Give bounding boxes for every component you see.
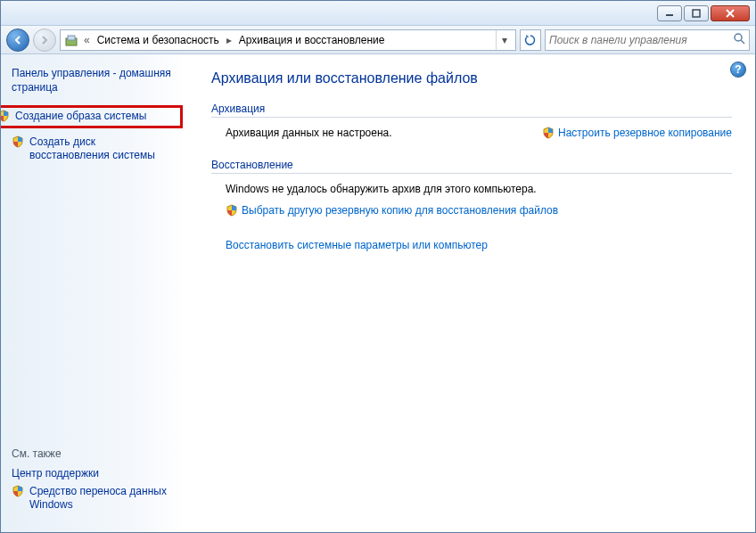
sidebar-item-create-recovery-disc[interactable]: Создать диск восстановления системы — [12, 135, 177, 163]
restore-section-heading: Восстановление — [211, 159, 732, 174]
breadcrumb-current[interactable]: Архивация и восстановление — [237, 33, 387, 47]
setup-backup-link[interactable]: Настроить резервное копирование — [542, 127, 732, 139]
back-button[interactable] — [6, 29, 29, 52]
shield-icon — [12, 485, 24, 497]
sidebar-item-label: Создание образа системы — [15, 110, 146, 124]
see-also-support-center[interactable]: Центр поддержки — [12, 467, 177, 480]
select-other-backup-link[interactable]: Выбрать другую резервную копию для восст… — [226, 204, 558, 217]
maximize-button[interactable] — [684, 5, 709, 21]
search-input[interactable] — [549, 34, 733, 46]
breadcrumb-dropdown[interactable]: ▾ — [496, 30, 512, 50]
chevron-right-icon: ▸ — [225, 34, 234, 46]
svg-point-6 — [735, 34, 742, 41]
search-icon — [733, 32, 745, 47]
shield-icon — [226, 204, 238, 217]
forward-button[interactable] — [33, 29, 56, 52]
page-title: Архивация или восстановление файлов — [211, 70, 732, 86]
backup-section-heading: Архивация — [211, 102, 732, 118]
location-icon — [64, 33, 78, 47]
breadcrumb-prefix: « — [82, 34, 92, 46]
minimize-button[interactable] — [657, 5, 682, 21]
restore-status-text: Windows не удалось обнаружить архив для … — [226, 183, 732, 195]
refresh-button[interactable] — [520, 29, 541, 51]
see-also-label: Средство переноса данных Windows — [29, 485, 177, 512]
svg-line-7 — [741, 40, 744, 44]
backup-section: Архивация данных не настроена. Настроить… — [211, 127, 732, 139]
sidebar-item-label: Создать диск восстановления системы — [29, 135, 177, 163]
sidebar: Панель управления - домашняя страница Со… — [1, 54, 188, 532]
backup-heading-text: Архивация — [211, 102, 265, 115]
addressbar: « Система и безопасность ▸ Архивация и в… — [1, 26, 755, 54]
search-box[interactable] — [545, 29, 750, 51]
shield-icon — [1, 110, 10, 122]
restore-section: Windows не удалось обнаружить архив для … — [211, 183, 732, 219]
see-also-easy-transfer[interactable]: Средство переноса данных Windows — [12, 485, 177, 512]
breadcrumb-parent[interactable]: Система и безопасность — [95, 33, 221, 47]
control-panel-home-link[interactable]: Панель управления - домашняя страница — [12, 67, 177, 94]
shield-icon — [12, 135, 24, 148]
titlebar — [1, 1, 755, 26]
control-panel-window: « Система и безопасность ▸ Архивация и в… — [0, 0, 756, 533]
svg-rect-5 — [68, 36, 75, 40]
system-restore-link[interactable]: Восстановить системные параметры или ком… — [211, 239, 732, 251]
highlight-annotation: Создание образа системы — [1, 105, 183, 128]
restore-heading-text: Восстановление — [211, 159, 293, 171]
sidebar-item-create-system-image[interactable]: Создание образа системы — [1, 110, 177, 124]
see-also-heading: См. также — [12, 447, 177, 460]
backup-status-text: Архивация данных не настроена. — [226, 127, 392, 139]
select-other-backup-label: Выбрать другую резервную копию для восст… — [242, 204, 558, 217]
close-button[interactable] — [711, 5, 750, 21]
help-button[interactable]: ? — [730, 62, 746, 78]
svg-rect-1 — [693, 10, 700, 17]
breadcrumb[interactable]: « Система и безопасность ▸ Архивация и в… — [60, 29, 516, 51]
setup-backup-label: Настроить резервное копирование — [558, 127, 732, 139]
main-content: ? Архивация или восстановление файлов Ар… — [188, 54, 755, 532]
shield-icon — [542, 127, 555, 139]
body: Панель управления - домашняя страница Со… — [1, 54, 755, 532]
